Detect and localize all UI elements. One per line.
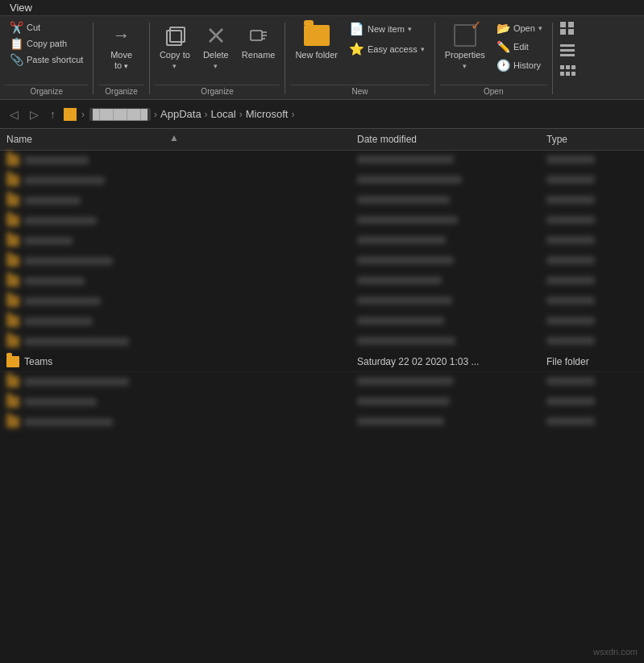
breadcrumb-appdata[interactable]: AppData bbox=[160, 108, 202, 120]
paste-shortcut-label: Paste shortcut bbox=[27, 55, 83, 64]
sep5 bbox=[552, 23, 553, 94]
table-row[interactable] bbox=[0, 392, 644, 412]
rename-icon bbox=[246, 23, 272, 48]
file-row-teams[interactable]: Teams Saturday 22 02 2020 1:03 ... File … bbox=[0, 352, 644, 372]
copy-to-button[interactable]: Copy to ▾ bbox=[155, 19, 195, 73]
table-row[interactable] bbox=[0, 211, 644, 231]
sep4 bbox=[434, 23, 435, 94]
move-to-arrow: ▾ bbox=[124, 62, 128, 70]
easy-access-arrow: ▾ bbox=[421, 45, 425, 53]
move-to-icon: → bbox=[109, 23, 135, 48]
cut-label: Cut bbox=[27, 23, 40, 32]
table-row[interactable] bbox=[0, 231, 644, 251]
svg-rect-10 bbox=[560, 29, 566, 35]
svg-rect-4 bbox=[251, 31, 262, 40]
rename-button[interactable]: Rename bbox=[237, 19, 280, 64]
new-item-icon: 📄 bbox=[349, 22, 364, 36]
svg-rect-19 bbox=[566, 72, 570, 76]
sep1 bbox=[93, 23, 93, 94]
easy-access-button[interactable]: ⭐ Easy access ▾ bbox=[344, 39, 430, 59]
cut-button[interactable]: ✂️ Cut bbox=[5, 19, 88, 35]
folder-icon bbox=[6, 356, 19, 367]
col-type-header[interactable]: Type bbox=[540, 132, 644, 147]
svg-rect-20 bbox=[571, 72, 575, 76]
col-date-header[interactable]: Date modified bbox=[351, 132, 540, 147]
svg-rect-8 bbox=[560, 22, 566, 27]
easy-access-icon: ⭐ bbox=[349, 42, 364, 56]
breadcrumb-sep0: › bbox=[81, 109, 85, 120]
delete-arrow: ▾ bbox=[214, 62, 218, 70]
breadcrumb-microsoft[interactable]: Microsoft bbox=[246, 108, 289, 120]
breadcrumb-user[interactable]: ████████ bbox=[89, 108, 151, 121]
paste-shortcut-button[interactable]: 📎 Paste shortcut bbox=[5, 52, 88, 68]
organize-label2: Organize bbox=[155, 85, 280, 97]
file-name-teams: Teams bbox=[24, 356, 52, 367]
table-row[interactable] bbox=[0, 332, 644, 352]
table-row[interactable] bbox=[0, 191, 644, 211]
svg-rect-0 bbox=[167, 31, 181, 45]
svg-rect-14 bbox=[560, 54, 575, 56]
svg-rect-18 bbox=[560, 72, 564, 76]
delete-icon bbox=[203, 23, 229, 48]
open-icon: 📂 bbox=[497, 22, 510, 35]
properties-arrow: ▾ bbox=[463, 62, 467, 70]
copy-path-button[interactable]: 📋 Copy path bbox=[5, 35, 88, 52]
sep2 bbox=[149, 23, 150, 94]
nav-back[interactable]: ◁ bbox=[6, 106, 22, 122]
table-row[interactable] bbox=[0, 292, 644, 312]
copy-path-label: Copy path bbox=[27, 39, 67, 48]
view-toggle-3[interactable] bbox=[558, 63, 577, 83]
edit-button[interactable]: ✏️ Edit bbox=[492, 38, 547, 56]
sep3 bbox=[285, 23, 285, 94]
watermark: wsxdn.com bbox=[593, 647, 638, 657]
properties-icon: ✓ bbox=[452, 23, 478, 48]
new-group-label: New bbox=[290, 85, 429, 97]
file-date-teams: Saturday 22 02 2020 1:03 ... bbox=[351, 354, 540, 369]
edit-icon: ✏️ bbox=[497, 40, 510, 53]
view-toggle-1[interactable] bbox=[558, 19, 577, 39]
svg-rect-11 bbox=[568, 29, 574, 35]
new-folder-icon bbox=[304, 23, 330, 48]
table-row[interactable] bbox=[0, 151, 644, 171]
copy-to-arrow: ▾ bbox=[172, 62, 177, 70]
svg-rect-12 bbox=[560, 44, 575, 47]
history-icon: 🕐 bbox=[497, 59, 510, 72]
breadcrumb: ████████ › AppData › Local › Microsoft › bbox=[89, 108, 294, 121]
svg-rect-16 bbox=[566, 65, 570, 69]
nav-up[interactable]: ↑ bbox=[47, 106, 59, 122]
history-button[interactable]: 🕐 History bbox=[492, 56, 547, 74]
svg-rect-9 bbox=[568, 22, 574, 27]
cut-icon: ✂️ bbox=[10, 21, 23, 34]
paste-shortcut-icon: 📎 bbox=[10, 53, 23, 66]
svg-rect-17 bbox=[571, 65, 575, 69]
properties-button[interactable]: ✓ Properties ▾ bbox=[440, 19, 490, 73]
delete-button[interactable]: Delete ▾ bbox=[197, 19, 235, 73]
open-arrow: ▾ bbox=[538, 24, 542, 32]
open-group-label: Open bbox=[440, 85, 547, 97]
organize-label: Organize bbox=[98, 85, 144, 97]
svg-rect-1 bbox=[170, 27, 185, 42]
breadcrumb-local[interactable]: Local bbox=[211, 108, 236, 120]
table-row[interactable] bbox=[0, 271, 644, 292]
copy-to-icon bbox=[162, 23, 188, 48]
open-button[interactable]: 📂 Open ▾ bbox=[492, 19, 547, 37]
svg-rect-13 bbox=[560, 49, 575, 52]
move-to-button[interactable]: → Moveto ▾ bbox=[102, 19, 141, 74]
view-toggle-2[interactable] bbox=[558, 41, 577, 61]
new-item-arrow: ▾ bbox=[408, 25, 412, 33]
table-row[interactable] bbox=[0, 372, 644, 392]
new-item-button[interactable]: 📄 New item ▾ bbox=[344, 19, 430, 39]
nav-forward[interactable]: ▷ bbox=[27, 106, 42, 122]
sort-arrow: ▲ bbox=[169, 132, 179, 143]
table-row[interactable] bbox=[0, 251, 644, 271]
address-bar: ◁ ▷ ↑ › ████████ › AppData › Local › Mic… bbox=[0, 100, 644, 129]
svg-rect-15 bbox=[560, 65, 564, 69]
table-row[interactable] bbox=[0, 412, 644, 433]
view-tab[interactable]: View bbox=[10, 2, 32, 14]
new-folder-button[interactable]: New folder bbox=[290, 19, 343, 64]
file-type-teams: File folder bbox=[540, 354, 644, 369]
copy-path-icon: 📋 bbox=[10, 37, 23, 50]
table-row[interactable] bbox=[0, 312, 644, 332]
clipboard-group-label: Organize bbox=[5, 85, 88, 97]
table-row[interactable] bbox=[0, 171, 644, 191]
